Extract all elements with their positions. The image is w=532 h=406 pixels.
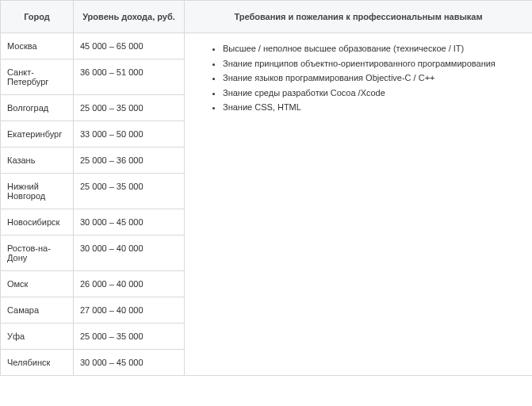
- cell-city: Волгоград: [1, 95, 74, 121]
- cell-city: Ростов-на-Дону: [1, 236, 74, 271]
- cell-city: Уфа: [1, 324, 74, 350]
- cell-city: Новосибирск: [1, 209, 74, 236]
- requirement-item: Знание принципов объектно-ориентированно…: [223, 56, 526, 71]
- header-requirements: Требования и пожелания к профессиональны…: [185, 1, 533, 33]
- cell-city: Челябинск: [1, 350, 74, 376]
- cell-city: Омск: [1, 271, 74, 297]
- cell-income: 25 000 – 35 000: [74, 324, 185, 350]
- cell-income: 33 000 – 50 000: [74, 121, 185, 147]
- cell-city: Казань: [1, 147, 74, 174]
- cell-city: Москва: [1, 33, 74, 59]
- cell-income: 27 000 – 40 000: [74, 297, 185, 324]
- cell-income: 30 000 – 40 000: [74, 236, 185, 271]
- table-row: Москва45 000 – 65 000Высшее / неполное в…: [1, 33, 533, 59]
- cell-income: 30 000 – 45 000: [74, 350, 185, 376]
- cell-income: 25 000 – 36 000: [74, 147, 185, 174]
- header-city: Город: [1, 1, 74, 33]
- cell-income: 36 000 – 51 000: [74, 59, 185, 95]
- cell-income: 45 000 – 65 000: [74, 33, 185, 59]
- cell-city: Самара: [1, 297, 74, 324]
- cell-requirements: Высшее / неполное высшее образование (те…: [185, 33, 533, 376]
- requirement-item: Высшее / неполное высшее образование (те…: [223, 41, 526, 56]
- cell-income: 30 000 – 45 000: [74, 209, 185, 236]
- cell-city: Нижний Новгород: [1, 174, 74, 209]
- requirement-item: Знание среды разработки Cocoa /Xcode: [223, 86, 526, 101]
- cell-income: 25 000 – 35 000: [74, 174, 185, 209]
- requirement-item: Знание языков программирования Objective…: [223, 71, 526, 86]
- requirements-list: Высшее / неполное высшее образование (те…: [191, 41, 526, 115]
- cell-city: Санкт-Петербург: [1, 59, 74, 95]
- header-row: Город Уровень дохода, руб. Требования и …: [1, 1, 533, 33]
- requirement-item: Знание CSS, HTML: [223, 100, 526, 115]
- header-income: Уровень дохода, руб.: [74, 1, 185, 33]
- cell-city: Екатеринбург: [1, 121, 74, 147]
- salary-table: Город Уровень дохода, руб. Требования и …: [0, 0, 532, 376]
- cell-income: 25 000 – 35 000: [74, 95, 185, 121]
- cell-income: 26 000 – 40 000: [74, 271, 185, 297]
